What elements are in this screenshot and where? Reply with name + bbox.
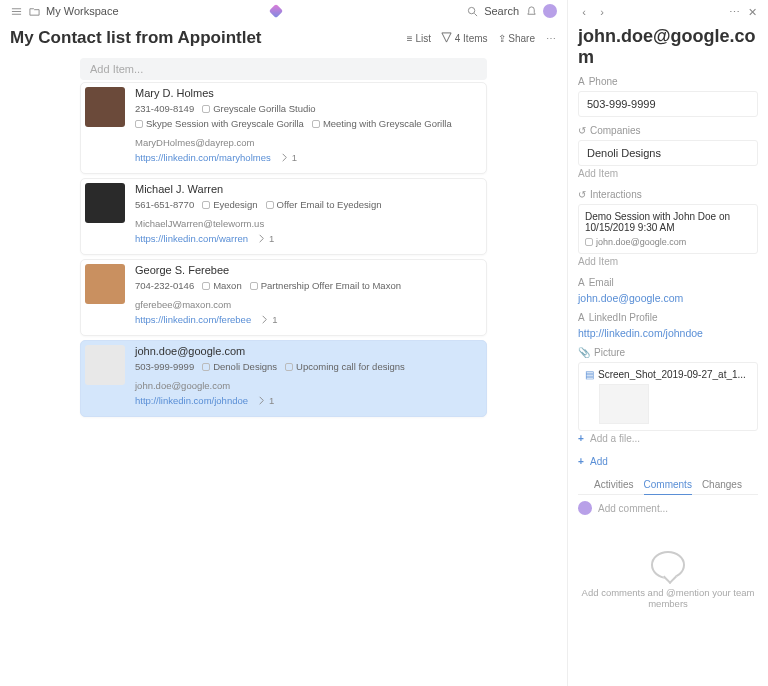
contact-name: George S. Ferebee	[135, 264, 480, 276]
tab-comments[interactable]: Comments	[644, 479, 692, 495]
attachment-count: 1	[279, 152, 297, 163]
svg-point-0	[468, 7, 474, 13]
company-value[interactable]: Denoli Designs	[578, 140, 758, 166]
add-file[interactable]: +Add a file...	[578, 431, 758, 446]
items-count[interactable]: 4 Items	[441, 32, 488, 44]
search-label[interactable]: Search	[484, 5, 519, 17]
contact-photo	[85, 345, 125, 385]
page-header: My Contact list from Appointlet ≡ List 4…	[0, 22, 567, 58]
add-field[interactable]: +Add	[578, 454, 758, 469]
nav-back-icon[interactable]: ‹	[578, 6, 590, 18]
menu-icon[interactable]	[10, 5, 22, 17]
speech-bubble-icon	[651, 551, 685, 579]
page-title: My Contact list from Appointlet	[10, 28, 407, 48]
share-button[interactable]: ⇪ Share	[498, 33, 535, 44]
contact-photo	[85, 183, 125, 223]
detail-panel: ‹ › ⋯ ✕ john.doe@google.com APhone 503-9…	[568, 0, 768, 686]
file-icon: ▤	[585, 369, 594, 380]
more-icon[interactable]: ⋯	[728, 6, 740, 18]
contact-name: john.doe@google.com	[135, 345, 480, 357]
avatar	[578, 501, 592, 515]
contact-photo	[85, 87, 125, 127]
contact-photo	[85, 264, 125, 304]
tab-activities[interactable]: Activities	[594, 479, 633, 490]
avatar[interactable]	[543, 4, 557, 18]
contact-card-selected[interactable]: john.doe@google.com 503-999-9999 Denoli …	[80, 340, 487, 417]
empty-state: Add comments and @mention your team memb…	[578, 521, 758, 639]
contact-phone: 231-409-8149	[135, 103, 194, 114]
contact-list: Add Item... Mary D. Holmes 231-409-8149 …	[0, 58, 567, 421]
phone-value[interactable]: 503-999-9999	[578, 91, 758, 117]
contact-email: MaryDHolmes@dayrep.com	[135, 137, 254, 148]
linkedin-value[interactable]: http://linkedin.com/johndoe	[578, 327, 758, 339]
more-icon[interactable]: ⋯	[545, 32, 557, 44]
view-list[interactable]: ≡ List	[407, 33, 431, 44]
close-icon[interactable]: ✕	[746, 6, 758, 18]
contact-card[interactable]: George S. Ferebee 704-232-0146 Maxon Par…	[80, 259, 487, 336]
folder-icon	[28, 5, 40, 17]
detail-title: john.doe@google.com	[578, 24, 758, 76]
search-icon[interactable]	[466, 5, 478, 17]
contact-linkedin[interactable]: https://linkedin.com/maryholmes	[135, 152, 271, 163]
contact-name: Michael J. Warren	[135, 183, 480, 195]
detail-tabs: Activities Comments Changes	[578, 475, 758, 495]
tab-changes[interactable]: Changes	[702, 479, 742, 490]
contact-card[interactable]: Mary D. Holmes 231-409-8149 Greyscale Go…	[80, 82, 487, 174]
link-icon: ↺	[578, 189, 586, 200]
interaction-item[interactable]: Demo Session with John Doe on 10/15/2019…	[578, 204, 758, 254]
workspace-name[interactable]: My Workspace	[46, 5, 119, 17]
topbar: My Workspace Search	[0, 0, 567, 22]
add-interaction[interactable]: Add Item	[578, 254, 758, 269]
email-value[interactable]: john.doe@google.com	[578, 292, 758, 304]
text-icon: A	[578, 76, 585, 87]
app-logo-icon	[269, 4, 283, 18]
file-attachment[interactable]: ▤Screen_Shot_2019-09-27_at_1...	[578, 362, 758, 431]
contact-card[interactable]: Michael J. Warren 561-651-8770 Eyedesign…	[80, 178, 487, 255]
link-icon: ↺	[578, 125, 586, 136]
file-thumbnail	[599, 384, 649, 424]
nav-forward-icon[interactable]: ›	[596, 6, 608, 18]
add-item-input[interactable]: Add Item...	[80, 58, 487, 80]
attachment-icon: 📎	[578, 347, 590, 358]
contact-name: Mary D. Holmes	[135, 87, 480, 99]
comment-input[interactable]: Add comment...	[598, 503, 668, 514]
add-company[interactable]: Add Item	[578, 166, 758, 181]
bell-icon[interactable]	[525, 5, 537, 17]
main-panel: My Workspace Search My Contact list from…	[0, 0, 568, 686]
